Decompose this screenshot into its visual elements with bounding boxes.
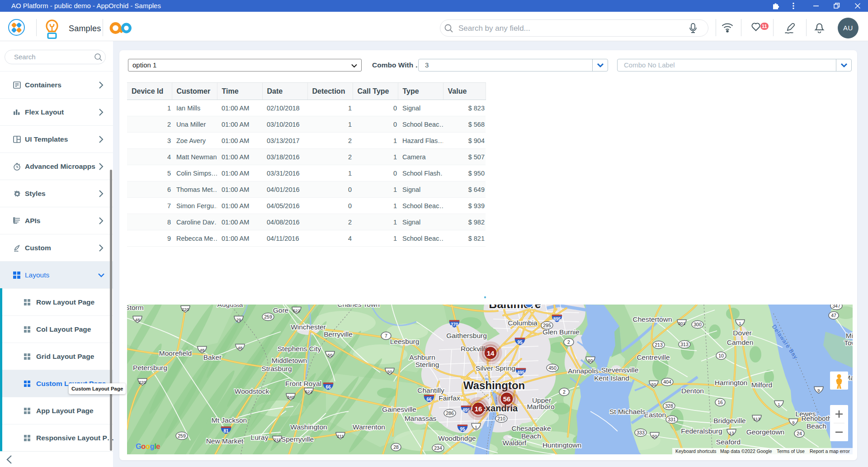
svg-text:Report a map error: Report a map error [810,448,850,454]
svg-text:895: 895 [553,317,561,322]
svg-text:Milford: Milford [751,381,773,389]
svg-text:Berryville: Berryville [324,330,353,338]
svg-text:300: 300 [693,322,702,327]
svg-text:Waldorf: Waldorf [503,439,527,447]
svg-text:50: 50 [652,434,657,438]
svg-text:10: 10 [718,353,724,358]
svg-text:Petersburg: Petersburg [133,364,167,372]
svg-text:50: 50 [328,353,333,357]
svg-text:7: 7 [385,333,387,338]
svg-text:Storm: Storm [127,305,144,311]
svg-text:Georgetown: Georgetown [746,428,784,436]
svg-text:Columbia: Columbia [508,319,538,327]
svg-text:16: 16 [717,400,723,405]
svg-text:450: 450 [548,365,557,371]
svg-text:Silver Spring: Silver Spring [476,364,515,372]
svg-text:Gainesville: Gainesville [382,405,416,413]
svg-text:28: 28 [393,444,399,450]
svg-text:48: 48 [200,348,205,353]
svg-text:9: 9 [792,420,794,425]
svg-text:1: 1 [739,321,741,326]
svg-text:331: 331 [668,417,676,422]
svg-text:Middletown: Middletown [272,357,307,364]
svg-text:213: 213 [655,342,663,348]
svg-text:301: 301 [678,321,685,326]
svg-text:24: 24 [797,431,802,436]
svg-text:St Michaels: St Michaels [609,408,646,415]
svg-text:Tow: Tow [844,339,853,347]
svg-text:Chesapeake: Chesapeake [511,424,551,432]
svg-text:29: 29 [236,317,241,322]
svg-text:Stephens City: Stephens City [278,345,321,353]
svg-text:Manassas: Manassas [405,415,437,422]
svg-text:Baltimore: Baltimore [489,305,541,310]
svg-text:Stevensville: Stevensville [601,366,639,374]
svg-text:Gore: Gore [273,306,288,314]
svg-text:Marlboro: Marlboro [527,403,554,410]
svg-text:522: 522 [293,308,300,313]
svg-text:333: 333 [637,430,645,435]
svg-text:66: 66 [426,397,432,402]
svg-text:Google: Google [136,442,160,450]
svg-text:495: 495 [517,370,525,375]
svg-text:259: 259 [178,433,186,438]
svg-text:522: 522 [305,389,312,394]
svg-text:14: 14 [487,349,495,357]
svg-text:404: 404 [663,379,671,385]
svg-text:Centreville: Centreville [637,353,670,361]
svg-text:Charles Town: Charles Town [337,305,380,308]
svg-text:220: 220 [139,380,146,385]
svg-text:48: 48 [135,317,140,322]
svg-text:Map data ©2022 Google: Map data ©2022 Google [720,448,772,454]
svg-text:50: 50 [588,358,593,363]
svg-text:Front Royal: Front Royal [285,380,321,387]
svg-text:1: 1 [475,424,477,429]
svg-text:313: 313 [680,342,689,347]
svg-text:Luray: Luray [251,434,269,441]
svg-text:Fairfax: Fairfax [439,394,460,402]
svg-text:Gaithersburg: Gaithersburg [446,332,487,339]
svg-text:211: 211 [274,437,280,442]
svg-text:2: 2 [567,339,570,345]
svg-text:New Market: New Market [206,437,244,445]
svg-text:340: 340 [287,395,294,400]
svg-text:Keyboard shortcuts: Keyboard shortcuts [675,448,716,454]
svg-text:Easton: Easton [644,411,666,419]
svg-text:47: 47 [831,313,836,318]
svg-text:50: 50 [387,369,392,374]
svg-text:Huntingtown: Huntingtown [542,441,581,449]
svg-text:Kent Island: Kent Island [594,374,629,382]
svg-text:210: 210 [497,416,505,421]
svg-text:13: 13 [729,430,734,435]
svg-text:2: 2 [563,389,566,395]
svg-text:Harrington: Harrington [715,379,747,386]
svg-text:Annapolis: Annapolis [568,367,599,375]
svg-text:Mi: Mi [846,332,853,339]
svg-text:113: 113 [753,416,760,421]
svg-text:Dover: Dover [733,329,751,337]
svg-text:Woodbridge: Woodbridge [438,434,476,442]
svg-text:Bridgeville: Bridgeville [713,417,746,424]
svg-text:220: 220 [182,307,189,312]
svg-text:Chantilly: Chantilly [417,386,444,394]
svg-text:Woodstock: Woodstock [235,387,269,395]
svg-text:Washington: Washington [290,423,327,431]
svg-text:Seaford: Seaford [716,438,741,446]
svg-text:234: 234 [434,445,442,451]
svg-text:16: 16 [475,405,482,413]
svg-text:1: 1 [778,402,780,407]
svg-text:Winchester: Winchester [291,323,326,331]
svg-text:Rehoboth: Rehoboth [801,415,831,422]
svg-text:259: 259 [264,314,272,319]
svg-text:Denton: Denton [681,387,704,395]
svg-text:48: 48 [238,345,243,350]
svg-text:Washington: Washington [463,379,525,391]
svg-text:50: 50 [651,382,656,387]
svg-text:270: 270 [451,322,458,327]
svg-text:56: 56 [503,395,511,403]
svg-text:66: 66 [326,385,331,390]
svg-text:Beach: Beach [807,422,826,430]
svg-text:Sterling: Sterling [415,361,439,368]
svg-text:9: 9 [817,388,820,393]
svg-text:Ashburn: Ashburn [409,353,435,361]
